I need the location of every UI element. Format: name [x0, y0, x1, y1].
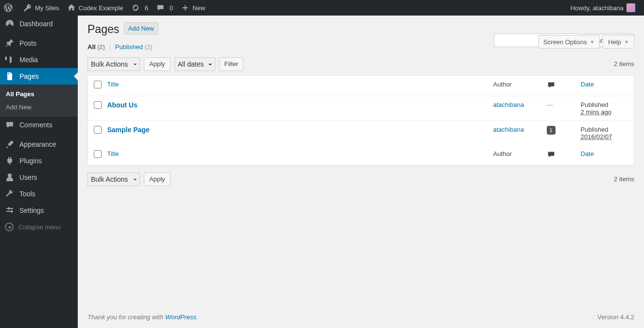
- home-icon: [67, 3, 76, 12]
- row-checkbox[interactable]: [94, 126, 102, 134]
- help-button[interactable]: Help▼: [603, 35, 634, 49]
- select-all-bottom[interactable]: [94, 150, 102, 158]
- screen-options-button[interactable]: Screen Options▼: [538, 35, 600, 49]
- bulk-actions-select-top[interactable]: Bulk Actions: [87, 57, 140, 71]
- row-date: 2016/02/07: [581, 133, 612, 140]
- menu-settings[interactable]: Settings: [0, 202, 78, 219]
- menu-posts[interactable]: Posts: [0, 35, 78, 52]
- no-comments: —: [547, 101, 553, 108]
- col-author: Author: [488, 76, 542, 96]
- col-title[interactable]: Title: [107, 150, 119, 157]
- wp-logo[interactable]: [0, 0, 19, 16]
- submenu-add-new[interactable]: Add New: [0, 101, 78, 114]
- refresh-icon: [131, 3, 140, 12]
- row-status: Published: [581, 101, 609, 108]
- chevron-down-icon: ▼: [624, 39, 629, 45]
- submenu-all-pages[interactable]: All Pages: [0, 87, 78, 101]
- menu-plugins[interactable]: Plugins: [0, 153, 78, 169]
- row-author-link[interactable]: atachibana: [493, 101, 524, 108]
- comments-icon[interactable]: [547, 150, 556, 160]
- main-content: Screen Options▼ Help▼ Pages Add New All …: [78, 16, 644, 328]
- apply-button-bottom[interactable]: Apply: [144, 173, 171, 186]
- row-checkbox[interactable]: [94, 101, 102, 109]
- col-date[interactable]: Date: [581, 81, 594, 88]
- collapse-menu[interactable]: ◄Collapse menu: [0, 219, 78, 235]
- pin-icon: [5, 38, 15, 48]
- filter-published[interactable]: Published (2): [115, 43, 153, 51]
- pages-table: Title Author Date About Us atachibana — …: [87, 75, 634, 166]
- menu-comments[interactable]: Comments: [0, 117, 78, 133]
- col-title[interactable]: Title: [107, 81, 119, 88]
- menu-pages[interactable]: Pages: [0, 68, 78, 85]
- table-row: About Us atachibana — Published2 mins ag…: [88, 96, 634, 121]
- gauge-icon: [5, 19, 15, 29]
- row-status: Published: [581, 126, 609, 133]
- filter-all[interactable]: All (2): [87, 43, 105, 51]
- comment-icon: [156, 3, 165, 12]
- date-filter-select[interactable]: All dates: [174, 57, 215, 71]
- pages-icon: [5, 71, 15, 81]
- chevron-down-icon: ▼: [590, 39, 594, 45]
- new-content[interactable]: New: [177, 0, 209, 16]
- table-row: Sample Page atachibana 1 Published2016/0…: [88, 121, 634, 146]
- apply-button-top[interactable]: Apply: [144, 57, 171, 71]
- site-name[interactable]: Codex Example: [63, 0, 127, 16]
- plus-icon: [181, 3, 190, 12]
- comments-icon[interactable]: [547, 81, 556, 91]
- my-sites[interactable]: My Sites: [19, 0, 63, 16]
- menu-media[interactable]: Media: [0, 52, 78, 68]
- row-date: 2 mins ago: [581, 108, 612, 116]
- add-new-button[interactable]: Add New: [124, 22, 158, 35]
- select-all-top[interactable]: [94, 81, 102, 88]
- brush-icon: [5, 139, 15, 149]
- avatar: [627, 3, 635, 12]
- user-icon: [5, 173, 15, 182]
- menu-users[interactable]: Users: [0, 169, 78, 186]
- col-author: Author: [488, 145, 542, 166]
- menu-appearance[interactable]: Appearance: [0, 136, 78, 153]
- account[interactable]: Howdy, atachibana: [566, 0, 639, 16]
- row-title-link[interactable]: About Us: [107, 101, 138, 109]
- wordpress-icon: [4, 3, 13, 12]
- updates[interactable]: 6: [127, 0, 152, 16]
- collapse-icon: ◄: [5, 223, 14, 231]
- menu-dashboard[interactable]: Dashboard: [0, 16, 78, 32]
- comments-menu[interactable]: 0: [152, 0, 177, 16]
- submenu-pages: All Pages Add New: [0, 85, 78, 117]
- col-date[interactable]: Date: [581, 150, 594, 157]
- version-text: Version 4.4.2: [597, 313, 634, 321]
- filter-button[interactable]: Filter: [219, 57, 244, 71]
- row-author-link[interactable]: atachibana: [493, 126, 524, 133]
- item-count: 2 items: [614, 60, 634, 68]
- admin-toolbar: My Sites Codex Example 6 0 New Howdy, at…: [0, 0, 644, 16]
- sliders-icon: [5, 206, 15, 215]
- menu-tools[interactable]: Tools: [0, 186, 78, 202]
- comment-count[interactable]: 1: [547, 126, 556, 135]
- key-icon: [23, 3, 32, 12]
- page-title: Pages: [87, 23, 119, 36]
- item-count-bottom: 2 items: [614, 175, 634, 183]
- admin-sidebar: Dashboard Posts Media Pages All Pages Ad…: [0, 16, 78, 328]
- admin-footer: Thank you for creating with WordPress. V…: [78, 306, 644, 328]
- media-icon: [5, 55, 15, 65]
- plug-icon: [5, 156, 15, 166]
- comment-icon: [5, 120, 15, 130]
- wrench-icon: [5, 189, 15, 199]
- bulk-actions-select-bottom[interactable]: Bulk Actions: [87, 173, 140, 186]
- wordpress-link[interactable]: WordPress: [165, 313, 196, 321]
- row-title-link[interactable]: Sample Page: [107, 126, 150, 134]
